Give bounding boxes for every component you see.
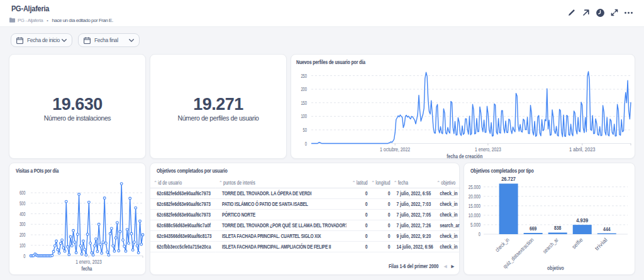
table-cell: check_in	[440, 198, 460, 209]
breadcrumb: PG - Aljaferia • hace un día editado por…	[9, 16, 113, 24]
svg-text:500: 500	[19, 200, 26, 207]
table-cell: 9 julio, 2022, 9:20	[392, 230, 440, 241]
table-cell: TORRE DEL TROVADOR. LA ÓPERA DE VERDI	[216, 188, 347, 198]
svg-text:5.000: 5.000	[470, 222, 480, 228]
installs-label: Número de instalaciones	[9, 114, 145, 122]
table-cell: 0	[370, 241, 392, 252]
sort-caret-icon: ⌃	[219, 180, 222, 186]
table-cell: 62cfbb3ecc5cfe0a715e20ca	[150, 241, 216, 252]
scorecard-user-profiles: 19.271 Número de perfiles de usuario	[150, 54, 287, 159]
svg-text:search_ar: search_ar	[541, 237, 560, 255]
svg-text:300: 300	[19, 221, 26, 227]
svg-text:1 abril, 2023: 1 abril, 2023	[569, 146, 596, 153]
table-cell: 0	[370, 220, 392, 230]
sort-caret-icon: ⌃	[394, 180, 397, 186]
svg-text:1 enero, 2023: 1 enero, 2023	[75, 259, 102, 265]
svg-text:200: 200	[19, 232, 26, 238]
column-header-objetivo[interactable]: ⌃objetivo	[440, 178, 460, 188]
chart-card-new-profiles: Nuevos perfiles de usuario por día 05010…	[291, 54, 635, 159]
table-cell: ISLETA FACHADA PRINCIPAL. AMPLIACIÓN DE …	[216, 241, 347, 252]
table-cell: 62c943566d63e90aaf6c8173	[150, 230, 216, 241]
column-header-puntos-de-interés[interactable]: ⌃puntos de interés	[216, 178, 347, 188]
svg-text:1 enero, 2023: 1 enero, 2023	[475, 146, 501, 153]
table-cell: 0	[370, 209, 392, 220]
svg-text:26.727: 26.727	[501, 175, 516, 182]
chevron-down-icon	[62, 39, 67, 42]
line-chart-new-profiles[interactable]: 0501001502002501 octubre, 20221 enero, 2…	[291, 55, 636, 159]
page-title: PG-Aljaferia	[11, 4, 49, 13]
svg-text:0: 0	[305, 141, 307, 147]
svg-text:objetivo: objetivo	[547, 264, 564, 271]
end-date-filter-label: Fecha final	[94, 37, 118, 43]
pagination-prev-button[interactable]: ◂	[444, 263, 447, 269]
svg-text:838: 838	[554, 224, 561, 231]
table-row: 62c688c56d63e90aaf6c7a0fTORRE DEL TROVAD…	[150, 220, 460, 230]
start-date-filter[interactable]: Fecha de inicio	[11, 33, 72, 47]
objectives-table: ⌃id de usuario⌃puntos de interés⌃latitud…	[150, 178, 460, 252]
table-cell: ISLETA FACHADA PRINCIPAL. CUARTEL SIGLO …	[216, 230, 347, 241]
table-cell: search_ar	[440, 220, 460, 230]
svg-text:fecha: fecha	[82, 265, 92, 272]
chart-card-objectives-by-type: Objetivos completados por tipo 05.00010.…	[464, 163, 635, 275]
profiles-value: 19.271	[150, 94, 286, 115]
table-cell: TORRE DEL TROVADOR ¿POR QUÉ SE LLAMA DEL…	[216, 220, 347, 230]
refresh-clock-icon[interactable]	[594, 7, 606, 18]
line-chart-poi-visits[interactable]: 01002003004005006001 enero, 2023fecha	[9, 163, 147, 276]
column-header-longitud[interactable]: ⌃longitud	[370, 178, 392, 188]
start-date-filter-label: Fecha de inicio	[27, 37, 60, 43]
edit-pencil-icon[interactable]	[566, 7, 577, 18]
table-cell: 0	[370, 230, 392, 241]
svg-text:check_in: check_in	[494, 237, 510, 253]
table-cell: 0	[347, 220, 370, 230]
table-cell: 7 julio, 2022, 6:55	[392, 188, 440, 198]
table-cell: 0	[370, 198, 392, 209]
sort-caret-icon: ⌃	[352, 180, 355, 186]
calendar-icon	[16, 37, 23, 44]
breadcrumb-edited-info: hace un día editado por Fran E.	[52, 18, 113, 23]
pagination-info: Filas 1-6 del primer 2000	[388, 262, 438, 269]
table-cell: check_in	[440, 241, 460, 252]
table-cell: 62c682fe6d63e90aaf6c7973	[150, 209, 216, 220]
breadcrumb-path[interactable]: PG - Aljaferia	[18, 18, 43, 23]
table-cell: 0	[347, 230, 370, 241]
open-in-new-arrow-icon[interactable]	[580, 7, 592, 18]
more-options-icon[interactable]	[623, 7, 634, 18]
end-date-filter[interactable]: Fecha final	[78, 33, 140, 47]
pagination-next-button[interactable]: ▸	[451, 263, 454, 269]
table-cell: 0	[347, 198, 370, 209]
svg-text:50: 50	[303, 127, 307, 133]
calendar-icon	[84, 37, 91, 44]
table-cell: 62c682fe6d63e90aaf6c7973	[150, 188, 216, 198]
table-cell: PÓRTICO NORTE	[216, 209, 347, 220]
column-header-id-de-usuario[interactable]: ⌃id de usuario	[150, 178, 216, 188]
svg-text:10.000: 10.000	[469, 212, 480, 218]
svg-text:0: 0	[23, 253, 25, 259]
breadcrumb-separator: •	[47, 18, 48, 23]
toolbar	[566, 7, 634, 18]
sort-caret-icon: ⌃	[437, 180, 440, 186]
svg-text:444: 444	[603, 225, 611, 232]
profiles-label: Número de perfiles de usuario	[150, 114, 286, 122]
table-cell: PATIO ISLÁMICO Ó PATIO DE SANTA ISABEL	[216, 198, 347, 209]
bar-chart-objectives-by-type[interactable]: 05.00010.00015.00020.00025.00026.727chec…	[464, 163, 636, 276]
table-cell: 7 julio, 2022, 7:26	[392, 220, 440, 230]
table-cell: check_in	[440, 209, 460, 220]
table-row: 62c682fe6d63e90aaf6c7973PATIO ISLÁMICO Ó…	[150, 198, 460, 209]
svg-text:selfie: selfie	[570, 237, 584, 250]
svg-text:trivial: trivial	[594, 237, 609, 252]
table-cell: 0	[347, 188, 370, 198]
svg-text:669: 669	[530, 225, 536, 232]
svg-text:100: 100	[301, 113, 307, 119]
svg-text:200: 200	[301, 86, 307, 92]
table-cell: 62c682fe6d63e90aaf6c7973	[150, 198, 216, 209]
column-header-fecha[interactable]: ⌃fecha	[392, 178, 440, 188]
table-cell: 0	[347, 241, 370, 252]
table-row: 62c943566d63e90aaf6c8173ISLETA FACHADA P…	[150, 230, 460, 241]
column-header-latitud[interactable]: ⌃latitud	[347, 178, 370, 188]
svg-text:250: 250	[301, 73, 307, 79]
fullscreen-expand-icon[interactable]	[609, 7, 620, 18]
svg-text:20.000: 20.000	[469, 193, 480, 200]
svg-text:fecha de creación: fecha de creación	[447, 153, 482, 159]
svg-text:100: 100	[19, 242, 26, 249]
table-card-objectives-by-user: Objetivos completados por usuario ⌃id de…	[150, 163, 460, 275]
